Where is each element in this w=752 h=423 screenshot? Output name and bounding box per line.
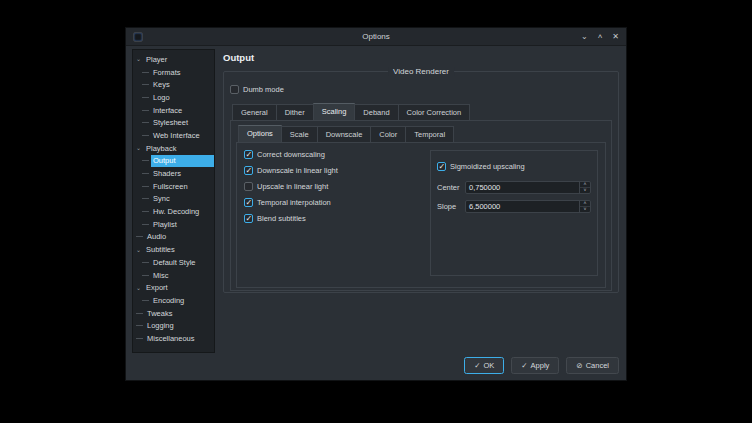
ok-button[interactable]: ✓OK (464, 357, 504, 374)
sidebar-item-stylesheet[interactable]: Stylesheet (133, 116, 214, 129)
checkbox-label: Temporal interpolation (257, 198, 331, 207)
sidebar-item-audio[interactable]: Audio (133, 231, 214, 244)
sidebar-item-tweaks[interactable]: Tweaks (133, 307, 214, 320)
tab-general[interactable]: General (232, 104, 277, 121)
sidebar-item-player[interactable]: ⌄Player (133, 53, 214, 66)
options-window: Options ⌄˄✕ ⌄PlayerFormatsKeysLogoInterf… (125, 27, 627, 381)
sidebar-item-formats[interactable]: Formats (133, 66, 214, 79)
screen: Options ⌄˄✕ ⌄PlayerFormatsKeysLogoInterf… (0, 0, 752, 423)
sidebar-item-sync[interactable]: Sync (133, 193, 214, 206)
sidebar-item-label: Shaders (151, 168, 214, 180)
tree-branch-line (142, 262, 149, 263)
tree-branch-line (136, 236, 143, 237)
options-subtab-pane: Correct downscalingDownscale in linear l… (236, 142, 606, 288)
checkbox-upscale-in-linear-light[interactable]: Upscale in linear light (244, 182, 420, 191)
checkbox-box (244, 182, 253, 191)
tree-branch-line (142, 122, 149, 123)
checkbox-label: Downscale in linear light (257, 166, 338, 175)
sidebar-item-default-style[interactable]: Default Style (133, 256, 214, 269)
sidebar-item-label: Fullscreen (151, 180, 214, 192)
sidebar-item-label: Hw. Decoding (151, 206, 214, 218)
sidebar-item-label: Logo (151, 91, 214, 103)
sidebar-item-subtitles[interactable]: ⌄Subtitles (133, 243, 214, 256)
checkbox-correct-downscaling[interactable]: Correct downscaling (244, 150, 420, 159)
tree-branch-line (142, 300, 149, 301)
sidebar-item-label: Subtitles (144, 244, 214, 256)
scaling-tab-pane: OptionsScaleDownscaleColorTemporal Corre… (230, 120, 612, 291)
cancel-button[interactable]: ⊘Cancel (566, 357, 619, 374)
expander-icon[interactable]: ⌄ (136, 56, 144, 62)
checkbox-dumb-mode[interactable]: Dumb mode (230, 85, 284, 94)
titlebar[interactable]: Options ⌄˄✕ (126, 28, 626, 46)
spinbox-down-button[interactable]: ˅ (580, 207, 590, 212)
sidebar-item-hw-decoding[interactable]: Hw. Decoding (133, 205, 214, 218)
spinbox-buttons: ˄˅ (579, 201, 590, 212)
sidebar-item-label: Player (144, 53, 214, 65)
sidebar-item-logging[interactable]: Logging (133, 319, 214, 332)
spinbox-down-button[interactable]: ˅ (580, 188, 590, 193)
sidebar-item-label: Playlist (151, 218, 214, 230)
spinbox-value[interactable]: 6,500000 (466, 201, 579, 212)
minimize-button[interactable]: ⌄ (581, 29, 588, 45)
spinbox-value[interactable]: 0,750000 (466, 182, 579, 193)
subtab-color[interactable]: Color (370, 126, 406, 143)
sidebar-item-interface[interactable]: Interface (133, 104, 214, 117)
spinbox-slope[interactable]: 6,500000˄˅ (465, 200, 591, 213)
sidebar-item-logo[interactable]: Logo (133, 91, 214, 104)
expander-icon[interactable]: ⌄ (136, 285, 144, 291)
checkbox-label: Dumb mode (243, 85, 284, 94)
sidebar-item-web-interface[interactable]: Web Interface (133, 129, 214, 142)
button-label: Cancel (586, 361, 609, 370)
sidebar-item-label: Export (144, 282, 214, 294)
tab-deband[interactable]: Deband (354, 104, 398, 121)
subtab-temporal[interactable]: Temporal (405, 126, 454, 143)
tree-branch-line (142, 275, 149, 276)
sidebar-item-label: Web Interface (151, 129, 214, 141)
dialog-buttons: ✓OK✓Apply⊘Cancel (464, 357, 619, 374)
checkbox-sigmoidized-upscaling[interactable]: Sigmoidized upscaling (437, 162, 525, 171)
field-center: Center0,750000˄˅ (437, 181, 591, 194)
sidebar-item-label: Encoding (151, 294, 214, 306)
sidebar-item-encoding[interactable]: Encoding (133, 294, 214, 307)
subtab-scale[interactable]: Scale (281, 126, 318, 143)
sidebar-item-misc[interactable]: Misc (133, 269, 214, 282)
sidebar-item-miscellaneous[interactable]: Miscellaneous (133, 332, 214, 345)
tree-branch-line (142, 84, 149, 85)
sidebar-item-fullscreen[interactable]: Fullscreen (133, 180, 214, 193)
checkbox-temporal-interpolation[interactable]: Temporal interpolation (244, 198, 420, 207)
spinbox-center[interactable]: 0,750000˄˅ (465, 181, 591, 194)
tree-branch-line (136, 313, 143, 314)
sidebar-item-playlist[interactable]: Playlist (133, 218, 214, 231)
checkbox-label: Correct downscaling (257, 150, 325, 159)
checkbox-label: Sigmoidized upscaling (450, 162, 525, 171)
settings-tree: ⌄PlayerFormatsKeysLogoInterfaceStyleshee… (132, 49, 215, 353)
tree-branch-line (142, 224, 149, 225)
expander-icon[interactable]: ⌄ (136, 247, 144, 253)
group-title: Video Renderer (388, 67, 454, 76)
sidebar-item-shaders[interactable]: Shaders (133, 167, 214, 180)
sidebar-item-label: Miscellaneous (145, 332, 214, 344)
button-label: Apply (531, 361, 550, 370)
checkbox-box (244, 150, 253, 159)
tab-scaling[interactable]: Scaling (313, 103, 356, 121)
expander-icon[interactable]: ⌄ (136, 145, 144, 151)
tab-dither[interactable]: Dither (276, 104, 314, 121)
checkbox-blend-subtitles[interactable]: Blend subtitles (244, 214, 420, 223)
tree-branch-line (142, 173, 149, 174)
sidebar-item-label: Logging (145, 320, 214, 332)
sidebar-item-label: Audio (145, 231, 214, 243)
cancel-icon: ⊘ (576, 361, 582, 370)
subtab-downscale[interactable]: Downscale (317, 126, 372, 143)
maximize-button[interactable]: ˄ (598, 29, 603, 45)
page-title: Output (223, 52, 254, 63)
tree-branch-line (142, 72, 149, 73)
tab-color-correction[interactable]: Color Correction (398, 104, 471, 121)
sidebar-item-output[interactable]: Output (133, 155, 214, 168)
sidebar-item-keys[interactable]: Keys (133, 78, 214, 91)
sidebar-item-playback[interactable]: ⌄Playback (133, 142, 214, 155)
close-button[interactable]: ✕ (612, 29, 619, 45)
apply-button[interactable]: ✓Apply (511, 357, 559, 374)
checkbox-downscale-in-linear-light[interactable]: Downscale in linear light (244, 166, 420, 175)
sidebar-item-export[interactable]: ⌄Export (133, 281, 214, 294)
subtab-options[interactable]: Options (238, 125, 282, 143)
